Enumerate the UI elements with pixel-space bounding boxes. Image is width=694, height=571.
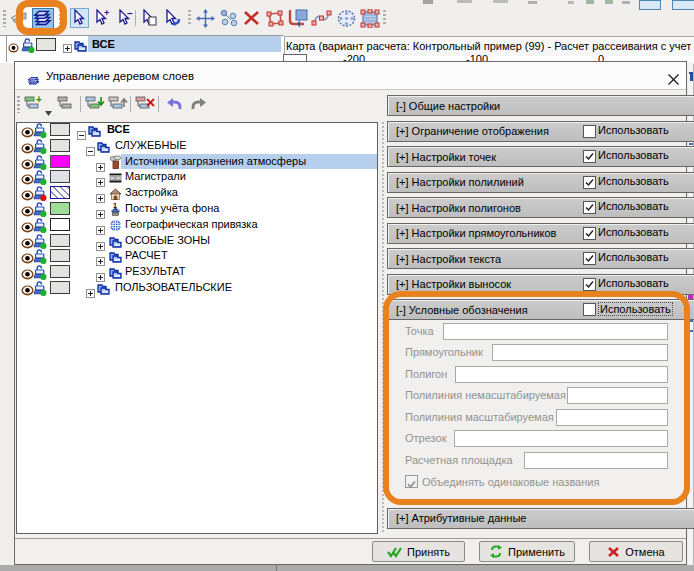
svg-text:+: +: [104, 9, 109, 18]
svg-text:–: –: [127, 9, 133, 19]
svg-text:+: +: [36, 95, 42, 105]
